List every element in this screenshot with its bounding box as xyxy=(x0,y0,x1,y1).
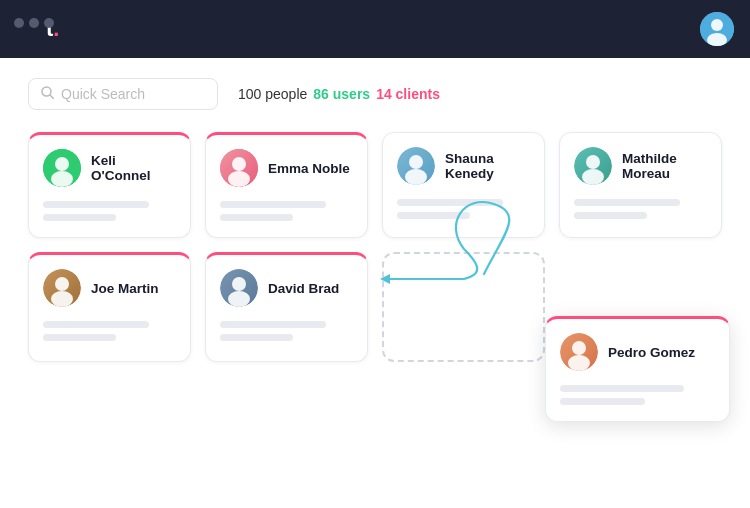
card-line xyxy=(560,398,645,405)
title-bar: t. xyxy=(0,0,750,58)
person-name-3: Shauna Kenedy xyxy=(445,151,530,181)
search-box[interactable]: Quick Search xyxy=(28,78,218,110)
person-name-2: Emma Noble xyxy=(268,161,350,176)
svg-point-18 xyxy=(55,277,69,291)
svg-marker-23 xyxy=(380,274,390,284)
avatar-1 xyxy=(43,149,81,187)
dot-2 xyxy=(29,18,39,28)
svg-point-6 xyxy=(55,157,69,171)
card-line xyxy=(43,201,149,208)
card-header-4: Mathilde Moreau xyxy=(574,147,707,185)
svg-point-22 xyxy=(228,291,250,307)
svg-point-15 xyxy=(586,155,600,169)
floating-avatar xyxy=(560,333,598,371)
person-card-6[interactable]: David Brad xyxy=(205,252,368,362)
person-name-4: Mathilde Moreau xyxy=(622,151,707,181)
svg-point-1 xyxy=(711,19,723,31)
card-line xyxy=(397,212,470,219)
logo-dot: . xyxy=(53,16,59,41)
person-card-5[interactable]: Joe Martin xyxy=(28,252,191,362)
dot-3 xyxy=(44,18,54,28)
card-line xyxy=(220,334,293,341)
svg-point-13 xyxy=(405,169,427,185)
toolbar: Quick Search 100 people 86 users 14 clie… xyxy=(28,78,722,110)
card-header-2: Emma Noble xyxy=(220,149,353,187)
card-line xyxy=(43,321,149,328)
card-line xyxy=(574,212,647,219)
dot-1 xyxy=(14,18,24,28)
svg-point-21 xyxy=(232,277,246,291)
card-line xyxy=(43,214,116,221)
avatar-6 xyxy=(220,269,258,307)
svg-line-4 xyxy=(50,95,54,99)
person-card-2[interactable]: Emma Noble xyxy=(205,132,368,238)
svg-point-10 xyxy=(228,171,250,187)
card-line xyxy=(220,214,293,221)
card-header-5: Joe Martin xyxy=(43,269,176,307)
card-header-3: Shauna Kenedy xyxy=(397,147,530,185)
avatar-4 xyxy=(574,147,612,185)
person-card-1[interactable]: Keli O'Connel xyxy=(28,132,191,238)
search-icon xyxy=(41,86,54,102)
svg-point-16 xyxy=(582,169,604,185)
main-content: Quick Search 100 people 86 users 14 clie… xyxy=(0,58,750,508)
empty-drop-zone xyxy=(382,252,545,362)
person-card-3[interactable]: Shauna Kenedy xyxy=(382,132,545,238)
stat-people: 100 people xyxy=(238,86,307,102)
avatar-5 xyxy=(43,269,81,307)
card-line xyxy=(220,201,326,208)
avatar-2 xyxy=(220,149,258,187)
cards-grid: Keli O'Connel Emma Noble xyxy=(28,132,722,362)
card-lines-1 xyxy=(43,201,176,221)
card-lines-3 xyxy=(397,199,530,219)
svg-point-12 xyxy=(409,155,423,169)
card-line xyxy=(397,199,503,206)
floating-card-lines xyxy=(560,385,715,405)
person-name-6: David Brad xyxy=(268,281,339,296)
card-header-1: Keli O'Connel xyxy=(43,149,176,187)
stat-clients: 14 clients xyxy=(376,86,440,102)
floating-card-header: Pedro Gomez xyxy=(560,333,715,371)
person-card-4[interactable]: Mathilde Moreau xyxy=(559,132,722,238)
card-line xyxy=(43,334,116,341)
svg-point-7 xyxy=(51,171,73,187)
window-dots xyxy=(14,18,54,28)
avatar-3 xyxy=(397,147,435,185)
svg-point-25 xyxy=(572,341,586,355)
svg-point-19 xyxy=(51,291,73,307)
floating-card-container: Pedro Gomez xyxy=(559,252,722,362)
card-lines-5 xyxy=(43,321,176,341)
svg-point-26 xyxy=(568,355,590,371)
card-header-6: David Brad xyxy=(220,269,353,307)
card-lines-6 xyxy=(220,321,353,341)
person-name-5: Joe Martin xyxy=(91,281,159,296)
search-placeholder: Quick Search xyxy=(61,86,145,102)
svg-point-9 xyxy=(232,157,246,171)
floating-person-name: Pedro Gomez xyxy=(608,345,695,360)
card-lines-4 xyxy=(574,199,707,219)
stats-bar: 100 people 86 users 14 clients xyxy=(238,86,440,102)
floating-person-card[interactable]: Pedro Gomez xyxy=(545,316,730,422)
card-line xyxy=(574,199,680,206)
card-line xyxy=(220,321,326,328)
stat-users: 86 users xyxy=(313,86,370,102)
card-lines-2 xyxy=(220,201,353,221)
card-line xyxy=(560,385,684,392)
person-name-1: Keli O'Connel xyxy=(91,153,176,183)
header-user-avatar[interactable] xyxy=(700,12,734,46)
